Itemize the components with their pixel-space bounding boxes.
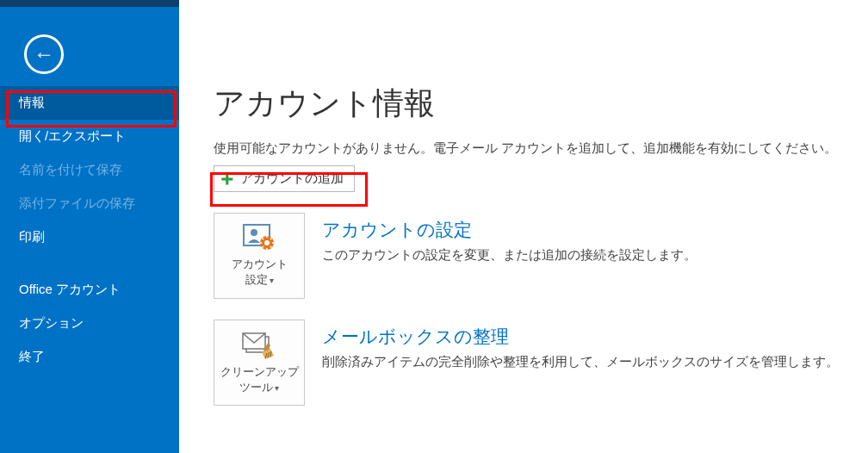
sidebar-item-label: 印刷 (19, 229, 45, 244)
svg-line-9 (270, 246, 272, 248)
sidebar-item-save-attachments: 添付ファイルの保存 (0, 187, 179, 220)
sidebar-item-label: 情報 (19, 95, 45, 109)
page-description: 使用可能なアカウントがありません。電子メール アカウントを追加して、追加機能を有… (214, 140, 842, 157)
svg-line-11 (263, 246, 264, 248)
back-arrow-icon: ← (34, 44, 54, 65)
section-cleanup: クリーンアップ ツール▾ メールボックスの整理 削除済みアイテムの完全削除や整理… (214, 320, 842, 406)
sidebar-item-open-export[interactable]: 開く/エクスポート (0, 120, 179, 153)
sidebar-item-label: オプション (19, 315, 84, 330)
section-account-settings: アカウント 設定▾ アカウントの設定 このアカウントの設定を変更、または追加の接… (214, 213, 842, 299)
tile-label: アカウント 設定▾ (232, 257, 288, 288)
section-description: このアカウントの設定を変更、または追加の接続を設定します。 (322, 247, 842, 264)
sidebar-item-office-account[interactable]: Office アカウント (0, 273, 179, 307)
section-title: アカウントの設定 (322, 218, 842, 242)
account-settings-icon (243, 224, 276, 251)
sidebar: ← 情報 開く/エクスポート 名前を付けて保存 添付ファイルの保存 印刷 Off… (0, 0, 179, 453)
back-button[interactable]: ← (24, 34, 64, 74)
page-title: アカウント情報 (214, 83, 842, 125)
sidebar-item-info[interactable]: 情報 (0, 86, 179, 120)
sidebar-item-label: 名前を付けて保存 (19, 162, 122, 177)
sidebar-item-options[interactable]: オプション (0, 307, 179, 340)
cleanup-tools-tile[interactable]: クリーンアップ ツール▾ (214, 320, 305, 406)
sidebar-item-label: 開く/エクスポート (19, 128, 126, 143)
main-content: アカウント情報 使用可能なアカウントがありません。電子メール アカウントを追加し… (179, 0, 868, 453)
add-account-button[interactable]: ➕︎ アカウントの追加 (214, 165, 355, 192)
sidebar-item-label: 終了 (19, 349, 45, 363)
sidebar-item-save-as: 名前を付けて保存 (0, 153, 179, 187)
sidebar-item-label: Office アカウント (19, 282, 121, 296)
chevron-down-icon: ▾ (270, 276, 274, 285)
plus-icon: ➕︎ (221, 171, 233, 187)
sidebar-item-exit[interactable]: 終了 (0, 340, 179, 374)
chevron-down-icon: ▾ (275, 383, 279, 393)
add-account-label: アカウントの追加 (240, 171, 344, 187)
sidebar-item-print[interactable]: 印刷 (0, 220, 179, 254)
account-settings-tile[interactable]: アカウント 設定▾ (214, 213, 305, 299)
section-title: メールボックスの整理 (322, 325, 842, 349)
cleanup-icon (241, 330, 277, 359)
sidebar-item-label: 添付ファイルの保存 (19, 195, 135, 210)
svg-point-1 (251, 229, 257, 236)
tile-label: クリーンアップ ツール▾ (220, 364, 299, 395)
svg-line-10 (270, 238, 272, 239)
svg-line-8 (263, 238, 264, 239)
svg-point-3 (264, 240, 270, 245)
section-description: 削除済みアイテムの完全削除や整理を利用して、メールボックスのサイズを管理します。 (322, 354, 842, 370)
